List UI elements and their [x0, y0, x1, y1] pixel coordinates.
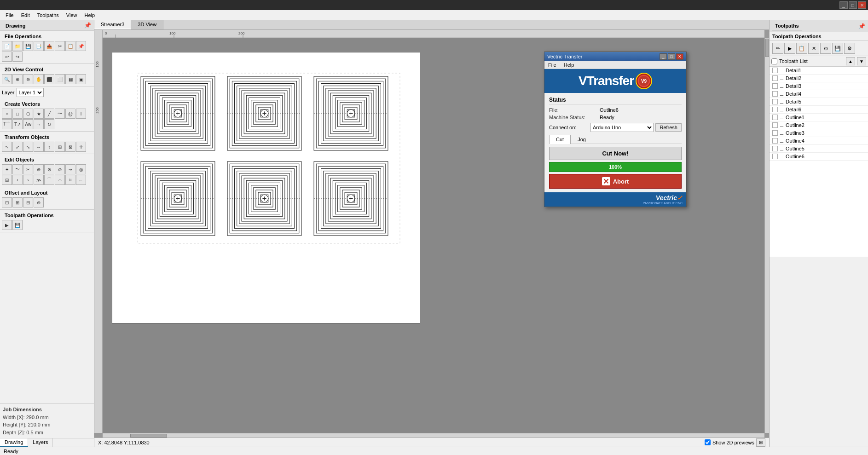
menu-view[interactable]: View — [63, 12, 81, 19]
tp-item-check[interactable] — [772, 75, 778, 81]
align-btn[interactable]: ⊞ — [55, 142, 65, 152]
tp-save2-btn[interactable]: 💾 — [832, 43, 843, 54]
menu-help[interactable]: Help — [81, 12, 98, 19]
save-btn[interactable]: 💾 — [23, 41, 33, 51]
zoom-out-btn[interactable]: ⊖ — [23, 74, 33, 84]
node-edit-btn[interactable]: ✦ — [2, 164, 12, 174]
tp-preview2-btn[interactable]: ▶ — [784, 43, 795, 54]
tp-move-up-btn[interactable]: ▲ — [846, 57, 855, 65]
tp-item-check[interactable] — [772, 91, 778, 97]
tab-layers[interactable]: Layers — [28, 438, 53, 447]
vt-tab-jog[interactable]: Jog — [571, 135, 593, 144]
weld-btn[interactable]: ⊗ — [44, 164, 54, 174]
layout-btn[interactable]: ⊟ — [23, 197, 33, 207]
new-file-btn[interactable]: 📄 — [2, 41, 12, 51]
tp-item-outline2[interactable]: ⚊ Outline2 — [770, 121, 868, 129]
chamfer-btn[interactable]: ⌗ — [65, 175, 75, 185]
tp-item-check[interactable] — [772, 107, 778, 112]
save-as-btn[interactable]: 📑 — [34, 41, 44, 51]
spline-btn[interactable]: 〜 — [55, 109, 65, 119]
path3-btn[interactable]: ≫ — [34, 175, 44, 185]
tp-item-check[interactable] — [772, 146, 778, 151]
vt-maximize-btn[interactable]: □ — [668, 53, 675, 60]
arc-btn[interactable]: ⌒ — [44, 175, 54, 185]
tp-settings-btn[interactable]: ⚙ — [844, 43, 855, 54]
path2-btn[interactable]: › — [23, 175, 33, 185]
view-btn1[interactable]: ⬛ — [44, 74, 54, 84]
zoom-in-btn[interactable]: ⊕ — [12, 74, 23, 84]
tp-move-down-btn[interactable]: ▼ — [857, 57, 866, 65]
join-btn[interactable]: ⊕ — [34, 164, 44, 174]
rect-btn[interactable]: □ — [12, 109, 23, 119]
vt-connect-select[interactable]: Arduino Uno — [590, 123, 654, 132]
undo-btn[interactable]: ↩ — [2, 52, 12, 62]
tp-item-detail5[interactable]: ⚊ Detail5 — [770, 98, 868, 106]
vt-menu-help[interactable]: Help — [560, 61, 578, 69]
array-btn[interactable]: ⊞ — [12, 197, 23, 207]
vt-refresh-btn[interactable]: Refresh — [655, 123, 682, 132]
flip-v-btn[interactable]: ↕ — [44, 142, 54, 152]
canvas-tab-3dview[interactable]: 3D View — [131, 20, 163, 29]
minimize-btn[interactable]: _ — [839, 1, 848, 9]
path1-btn[interactable]: ‹ — [12, 175, 23, 185]
show-2d-preview-check[interactable]: Show 2D previews — [705, 438, 754, 447]
tp-item-check[interactable] — [772, 122, 778, 128]
cut-btn[interactable]: ✂ — [55, 41, 65, 51]
vt-minimize-btn[interactable]: _ — [660, 53, 667, 60]
tp-save-btn[interactable]: 💾 — [12, 220, 23, 230]
view-btn2[interactable]: ⬜ — [55, 74, 65, 84]
select-btn[interactable]: ↖ — [2, 142, 12, 152]
text-path-btn[interactable]: T↗ — [12, 119, 23, 129]
cut-now-button[interactable]: Cut Now! — [549, 147, 682, 160]
smooth-btn[interactable]: 〜 — [12, 164, 23, 174]
tp-item-detail6[interactable]: ⚊ Detail6 — [770, 106, 868, 114]
distribute-btn[interactable]: ⊠ — [65, 142, 75, 152]
rotate-btn[interactable]: ↻ — [44, 119, 54, 129]
panel-pin-icon[interactable]: 📌 — [84, 22, 91, 29]
tp-item-check[interactable] — [772, 99, 778, 104]
mirror-btn[interactable]: ⊟ — [2, 175, 12, 185]
scale-btn[interactable]: ⤡ — [23, 142, 33, 152]
tp-item-outline3[interactable]: ⚊ Outline3 — [770, 129, 868, 137]
text-warp-btn[interactable]: Aw — [23, 119, 33, 129]
break-btn[interactable]: ✂ — [23, 164, 33, 174]
move-btn[interactable]: ⤢ — [12, 142, 23, 152]
circle-btn[interactable]: ○ — [2, 109, 12, 119]
view-btn4[interactable]: ▣ — [76, 74, 86, 84]
tp-item-check[interactable] — [772, 138, 778, 144]
center-btn[interactable]: ✛ — [76, 142, 86, 152]
tp-item-detail3[interactable]: ⚊ Detail3 — [770, 82, 868, 90]
tp-panel-pin-icon[interactable]: 📌 — [858, 23, 865, 29]
horizontal-scrollbar[interactable] — [103, 433, 764, 438]
tp-item-outline6[interactable]: ⚊ Outline6 — [770, 153, 868, 161]
fillet-btn[interactable]: ⌓ — [55, 175, 65, 185]
spiral-btn[interactable]: @ — [65, 109, 75, 119]
corner-btn[interactable]: ⌐ — [76, 175, 86, 185]
preview-grid-btn[interactable]: ⊞ — [756, 438, 765, 447]
open-file-btn[interactable]: 📁 — [12, 41, 23, 51]
tp-delete-btn[interactable]: ✕ — [808, 43, 819, 54]
nest-btn[interactable]: ⊛ — [34, 197, 44, 207]
polygon-btn[interactable]: ⬡ — [23, 109, 33, 119]
tp-copy-btn[interactable]: 📋 — [796, 43, 807, 54]
redo-btn[interactable]: ↪ — [12, 52, 23, 62]
tp-edit-btn[interactable]: ✏ — [772, 43, 783, 54]
text-btn[interactable]: T — [76, 109, 86, 119]
tp-item-check[interactable] — [772, 115, 778, 120]
tp-item-outline4[interactable]: ⚊ Outline4 — [770, 137, 868, 145]
view-btn3[interactable]: ▦ — [65, 74, 75, 84]
tp-reset-btn[interactable]: ⊙ — [820, 43, 831, 54]
offset-btn2[interactable]: ⊡ — [2, 197, 12, 207]
tp-item-check[interactable] — [772, 154, 778, 159]
star-btn[interactable]: ★ — [34, 109, 44, 119]
tab-drawing[interactable]: Drawing — [0, 438, 28, 447]
arrow-btn[interactable]: → — [34, 119, 44, 129]
vertical-scrollbar[interactable] — [764, 38, 769, 433]
trim-btn[interactable]: ⊘ — [55, 164, 65, 174]
menu-toolpaths[interactable]: Toolpaths — [34, 12, 63, 19]
tp-item-check[interactable] — [772, 68, 778, 73]
tp-item-check[interactable] — [772, 83, 778, 89]
vt-tab-cut[interactable]: Cut — [549, 135, 571, 144]
abort-button[interactable]: ✕ Abort — [549, 174, 682, 189]
copy-btn[interactable]: 📋 — [65, 41, 75, 51]
